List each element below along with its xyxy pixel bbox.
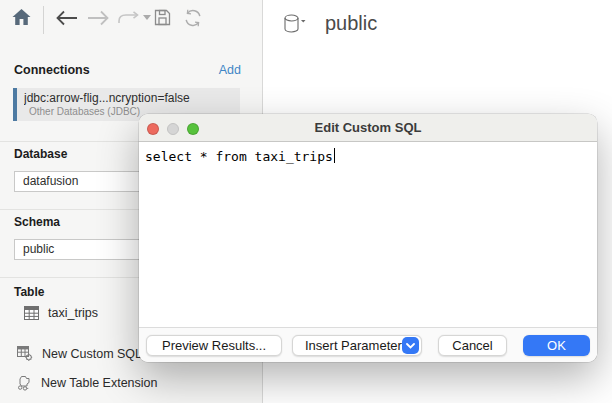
connections-header: Connections Add <box>14 63 241 77</box>
preview-results-button[interactable]: Preview Results... <box>146 335 282 356</box>
schema-header: public <box>284 12 377 35</box>
forward-arrow-icon <box>87 10 110 26</box>
back-button[interactable] <box>55 10 78 26</box>
insert-parameter-button[interactable]: Insert Parameter <box>292 335 422 356</box>
home-icon <box>12 8 31 26</box>
cancel-button[interactable]: Cancel <box>438 335 507 356</box>
dialog-footer: Preview Results... Insert Parameter Canc… <box>139 327 597 362</box>
custom-sql-icon <box>17 346 33 361</box>
save-button[interactable] <box>153 8 172 27</box>
redo-dropdown-button[interactable] <box>143 15 151 20</box>
dialog-titlebar[interactable]: Edit Custom SQL <box>139 114 597 142</box>
schema-select-value: public <box>23 242 54 256</box>
text-cursor <box>334 148 336 163</box>
table-extension-icon <box>16 375 32 391</box>
toolbar <box>0 0 263 44</box>
chevron-down-icon <box>143 15 151 20</box>
database-select-value: datafusion <box>23 174 78 188</box>
new-custom-sql-label: New Custom SQL <box>42 347 142 361</box>
table-item-taxi-trips[interactable]: taxi_trips <box>24 306 98 320</box>
toolbar-divider <box>43 6 44 34</box>
schema-label: Schema <box>14 215 60 229</box>
chevron-down-icon <box>406 343 415 349</box>
refresh-icon <box>183 8 203 28</box>
forward-button[interactable] <box>87 10 110 26</box>
insert-parameter-label: Insert Parameter <box>305 338 402 353</box>
database-label: Database <box>14 147 67 161</box>
schema-title: public <box>325 12 377 35</box>
sql-editor[interactable]: select * from taxi_trips <box>139 143 597 355</box>
edit-custom-sql-dialog: Edit Custom SQL select * from taxi_trips… <box>139 114 597 362</box>
table-label: Table <box>14 285 44 299</box>
insert-parameter-dropdown[interactable] <box>402 337 419 354</box>
connection-name: jdbc:arrow-flig...ncryption=false <box>24 91 236 105</box>
table-item-label: taxi_trips <box>48 306 98 320</box>
table-grid-icon <box>24 306 39 320</box>
redo-button[interactable] <box>117 11 141 25</box>
ok-button[interactable]: OK <box>523 335 590 356</box>
database-cylinder-icon[interactable] <box>284 14 306 34</box>
new-table-extension[interactable]: New Table Extension <box>16 375 158 391</box>
add-connection-link[interactable]: Add <box>219 63 241 77</box>
new-custom-sql[interactable]: New Custom SQL <box>17 346 142 361</box>
dialog-title: Edit Custom SQL <box>139 114 597 142</box>
save-icon <box>153 8 172 27</box>
home-button[interactable] <box>12 8 31 26</box>
connections-label: Connections <box>14 63 90 77</box>
tableau-data-source-window: Connections Add jdbc:arrow-flig...ncrypt… <box>0 0 612 403</box>
sql-text: select * from taxi_trips <box>145 149 333 164</box>
new-table-extension-label: New Table Extension <box>41 376 158 390</box>
back-arrow-icon <box>55 10 78 26</box>
refresh-button[interactable] <box>183 8 203 28</box>
redo-icon <box>117 11 141 25</box>
